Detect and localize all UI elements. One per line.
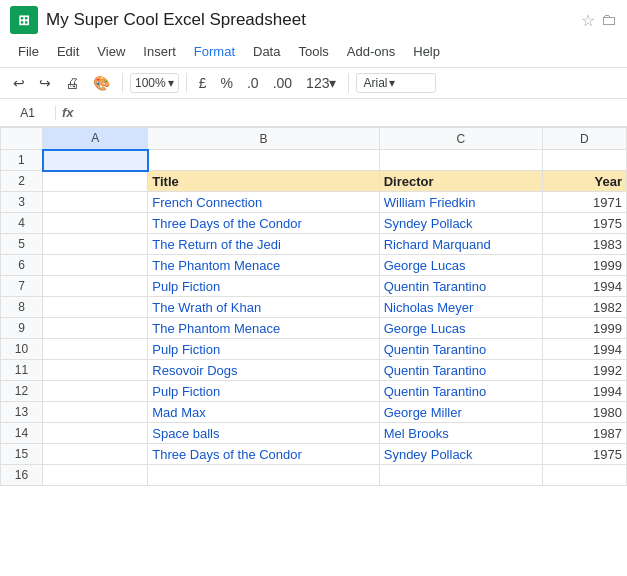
cell-d11[interactable]: 1992	[542, 360, 626, 381]
cell-d6[interactable]: 1999	[542, 255, 626, 276]
col-header-c[interactable]: C	[379, 128, 542, 150]
cell-c2[interactable]: Director	[379, 171, 542, 192]
cell-b9[interactable]: The Phantom Menace	[148, 318, 379, 339]
cell-a6[interactable]	[43, 255, 148, 276]
folder-icon[interactable]: 🗀	[601, 11, 617, 30]
cell-a10[interactable]	[43, 339, 148, 360]
cell-c4[interactable]: Syndey Pollack	[379, 213, 542, 234]
menu-view[interactable]: View	[89, 40, 133, 63]
print-button[interactable]: 🖨	[60, 72, 84, 94]
cell-a1[interactable]	[43, 150, 148, 171]
cell-d9[interactable]: 1999	[542, 318, 626, 339]
row-header[interactable]: 5	[1, 234, 43, 255]
paint-format-button[interactable]: 🎨	[88, 72, 115, 94]
cell-a8[interactable]	[43, 297, 148, 318]
cell-d7[interactable]: 1994	[542, 276, 626, 297]
row-header[interactable]: 15	[1, 444, 43, 465]
cell-a4[interactable]	[43, 213, 148, 234]
formula-input[interactable]	[82, 105, 621, 120]
cell-c15[interactable]: Syndey Pollack	[379, 444, 542, 465]
row-header[interactable]: 6	[1, 255, 43, 276]
decimal00-button[interactable]: .00	[268, 72, 297, 94]
menu-file[interactable]: File	[10, 40, 47, 63]
cell-c13[interactable]: George Miller	[379, 402, 542, 423]
cell-d16[interactable]	[542, 465, 626, 486]
cell-a16[interactable]	[43, 465, 148, 486]
row-header[interactable]: 8	[1, 297, 43, 318]
col-header-d[interactable]: D	[542, 128, 626, 150]
cell-c10[interactable]: Quentin Tarantino	[379, 339, 542, 360]
cell-c14[interactable]: Mel Brooks	[379, 423, 542, 444]
cell-a9[interactable]	[43, 318, 148, 339]
percent-button[interactable]: %	[216, 72, 238, 94]
cell-b13[interactable]: Mad Max	[148, 402, 379, 423]
cell-d1[interactable]	[542, 150, 626, 171]
cell-a11[interactable]	[43, 360, 148, 381]
menu-help[interactable]: Help	[405, 40, 448, 63]
cell-b8[interactable]: The Wrath of Khan	[148, 297, 379, 318]
cell-a7[interactable]	[43, 276, 148, 297]
row-header[interactable]: 3	[1, 192, 43, 213]
menu-edit[interactable]: Edit	[49, 40, 87, 63]
menu-insert[interactable]: Insert	[135, 40, 184, 63]
currency-button[interactable]: £	[194, 72, 212, 94]
cell-c8[interactable]: Nicholas Meyer	[379, 297, 542, 318]
cell-b4[interactable]: Three Days of the Condor	[148, 213, 379, 234]
zoom-select[interactable]: 100% ▾	[130, 73, 179, 93]
menu-format[interactable]: Format	[186, 40, 243, 63]
cell-a13[interactable]	[43, 402, 148, 423]
cell-a14[interactable]	[43, 423, 148, 444]
cell-b11[interactable]: Resovoir Dogs	[148, 360, 379, 381]
row-header[interactable]: 1	[1, 150, 43, 171]
row-header[interactable]: 16	[1, 465, 43, 486]
cell-c7[interactable]: Quentin Tarantino	[379, 276, 542, 297]
cell-d8[interactable]: 1982	[542, 297, 626, 318]
cell-c3[interactable]: William Friedkin	[379, 192, 542, 213]
cell-b1[interactable]	[148, 150, 379, 171]
star-icon[interactable]: ☆	[581, 11, 595, 30]
cell-b6[interactable]: The Phantom Menace	[148, 255, 379, 276]
redo-button[interactable]: ↪	[34, 72, 56, 94]
cell-a15[interactable]	[43, 444, 148, 465]
cell-d10[interactable]: 1994	[542, 339, 626, 360]
cell-b15[interactable]: Three Days of the Condor	[148, 444, 379, 465]
cell-b10[interactable]: Pulp Fiction	[148, 339, 379, 360]
row-header[interactable]: 13	[1, 402, 43, 423]
cell-d13[interactable]: 1980	[542, 402, 626, 423]
cell-c16[interactable]	[379, 465, 542, 486]
row-header[interactable]: 14	[1, 423, 43, 444]
undo-button[interactable]: ↩	[8, 72, 30, 94]
col-header-b[interactable]: B	[148, 128, 379, 150]
row-header[interactable]: 9	[1, 318, 43, 339]
cell-b5[interactable]: The Return of the Jedi	[148, 234, 379, 255]
cell-b16[interactable]	[148, 465, 379, 486]
cell-a5[interactable]	[43, 234, 148, 255]
decimal0-button[interactable]: .0	[242, 72, 264, 94]
cell-b12[interactable]: Pulp Fiction	[148, 381, 379, 402]
cell-c5[interactable]: Richard Marquand	[379, 234, 542, 255]
row-header[interactable]: 4	[1, 213, 43, 234]
row-header[interactable]: 7	[1, 276, 43, 297]
cell-c6[interactable]: George Lucas	[379, 255, 542, 276]
menu-data[interactable]: Data	[245, 40, 288, 63]
row-header[interactable]: 10	[1, 339, 43, 360]
cell-d12[interactable]: 1994	[542, 381, 626, 402]
cell-d4[interactable]: 1975	[542, 213, 626, 234]
number-format-button[interactable]: 123▾	[301, 72, 341, 94]
row-header[interactable]: 12	[1, 381, 43, 402]
cell-a3[interactable]	[43, 192, 148, 213]
cell-c1[interactable]	[379, 150, 542, 171]
cell-b3[interactable]: French Connection	[148, 192, 379, 213]
menu-tools[interactable]: Tools	[290, 40, 336, 63]
font-select[interactable]: Arial ▾	[356, 73, 436, 93]
row-header[interactable]: 2	[1, 171, 43, 192]
menu-addons[interactable]: Add-ons	[339, 40, 403, 63]
cell-d5[interactable]: 1983	[542, 234, 626, 255]
cell-b14[interactable]: Space balls	[148, 423, 379, 444]
cell-d15[interactable]: 1975	[542, 444, 626, 465]
row-header[interactable]: 11	[1, 360, 43, 381]
cell-b7[interactable]: Pulp Fiction	[148, 276, 379, 297]
cell-d2[interactable]: Year	[542, 171, 626, 192]
cell-d14[interactable]: 1987	[542, 423, 626, 444]
cell-a12[interactable]	[43, 381, 148, 402]
